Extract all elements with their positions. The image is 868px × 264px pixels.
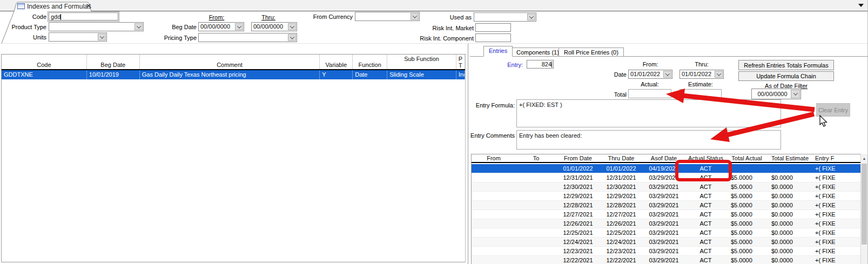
cell-total_estimate[interactable] xyxy=(767,164,813,173)
cell-thru_date[interactable]: 12/31/2021 xyxy=(600,173,643,182)
cell-asof_date[interactable]: 03/29/2021 xyxy=(643,192,685,200)
cell-entry_formula[interactable]: +( FIXE xyxy=(813,182,860,191)
tab-overflow-arrow-icon[interactable] xyxy=(858,4,864,7)
cell-thru_date[interactable]: 12/29/2021 xyxy=(600,192,643,200)
cell-function[interactable]: Date xyxy=(353,70,387,79)
cell-from[interactable] xyxy=(472,247,516,255)
cell-thru_date[interactable]: 12/28/2021 xyxy=(600,201,643,209)
scroll-up-icon[interactable]: ▲ xyxy=(861,154,867,163)
code-input[interactable]: gdd xyxy=(49,12,118,21)
units-select[interactable] xyxy=(49,32,107,42)
cell-total_estimate[interactable]: $0.0000 xyxy=(767,228,813,237)
cell-from_date[interactable]: 12/29/2021 xyxy=(556,192,600,200)
cell-from_date[interactable]: 12/25/2021 xyxy=(556,228,600,237)
cell-total_estimate[interactable]: $0.0000 xyxy=(767,210,813,219)
cell-variable[interactable]: Y xyxy=(320,70,353,79)
column-header[interactable]: Actual Status xyxy=(685,154,726,162)
cell-thru_date[interactable]: 12/24/2021 xyxy=(600,238,643,246)
cell-to[interactable] xyxy=(516,164,556,173)
cell-from_date[interactable]: 12/24/2021 xyxy=(556,238,600,246)
cell-total_actual[interactable]: $5.0000 xyxy=(726,256,767,264)
entries-table-row[interactable]: 12/23/202112/23/202103/29/2021ACT$5.0000… xyxy=(472,247,860,256)
cell-actual_status[interactable]: ACT xyxy=(685,210,726,219)
cell-entry_formula[interactable]: +( FIXE xyxy=(813,210,860,219)
total-actual-input[interactable] xyxy=(628,89,671,98)
cell-to[interactable] xyxy=(516,228,556,237)
cell-total_actual[interactable]: $5.0000 xyxy=(726,173,767,182)
cell-total_estimate[interactable]: $0.0000 xyxy=(767,182,813,191)
column-header[interactable]: From xyxy=(472,154,516,162)
cell-asof_date[interactable]: 03/29/2021 xyxy=(643,182,685,191)
chevron-down-icon[interactable] xyxy=(235,23,243,30)
cell-from[interactable] xyxy=(472,182,516,191)
entries-table-row[interactable]: 12/25/202112/25/202103/29/2021ACT$5.0000… xyxy=(472,228,860,238)
cell-thru_date[interactable]: 12/26/2021 xyxy=(600,219,643,228)
entries-table-row[interactable]: 12/30/202112/30/202103/29/2021ACT$5.0000… xyxy=(472,182,860,192)
cell-from_date[interactable]: 12/30/2021 xyxy=(556,182,600,191)
clear-entry-button[interactable]: Clear Entry xyxy=(816,103,850,117)
chevron-down-icon[interactable] xyxy=(715,71,723,78)
chevron-down-icon[interactable] xyxy=(98,33,106,40)
cell-actual_status[interactable]: ACT xyxy=(685,201,726,209)
column-header[interactable]: Entry F xyxy=(813,154,860,162)
cell-actual_status[interactable]: ACT xyxy=(685,192,726,200)
cell-from[interactable] xyxy=(472,219,516,228)
cell-actual_status[interactable]: ACT xyxy=(685,164,726,173)
column-header[interactable]: To xyxy=(516,154,556,162)
column-header[interactable]: From Date xyxy=(556,154,600,162)
cell-from_date[interactable]: 12/31/2021 xyxy=(556,173,600,182)
vertical-scrollbar[interactable]: ▲ xyxy=(860,154,867,264)
entries-table-row[interactable]: 12/29/202112/29/202103/29/2021ACT$5.0000… xyxy=(472,192,860,201)
cell-thru_date[interactable]: 12/23/2021 xyxy=(600,247,643,255)
cell-asof_date[interactable]: 03/29/2021 xyxy=(643,201,685,209)
cell-actual_status[interactable]: ACT xyxy=(685,247,726,255)
cell-from_date[interactable]: 12/26/2021 xyxy=(556,219,600,228)
chevron-down-icon[interactable] xyxy=(134,23,143,30)
total-estimate-input[interactable] xyxy=(679,89,722,98)
tab-roll-price-entries-0[interactable]: Roll Price Entries (0) xyxy=(559,48,624,57)
cell-to[interactable] xyxy=(516,192,556,200)
column-header[interactable]: Code xyxy=(2,55,87,69)
cell-thru_date[interactable]: 12/25/2021 xyxy=(600,228,643,237)
cell-thru_date[interactable]: 12/22/2021 xyxy=(600,256,643,264)
cell-entry_formula[interactable]: +( FIXE xyxy=(813,256,860,264)
cell-to[interactable] xyxy=(516,247,556,255)
cell-asof_date[interactable]: 03/29/2021 xyxy=(643,219,685,228)
cell-from[interactable] xyxy=(472,164,516,173)
entry-date-from-select[interactable]: 01/01/2022 xyxy=(628,70,672,79)
entries-table-row[interactable]: 12/27/202112/27/202103/29/2021ACT$5.0000… xyxy=(472,210,860,219)
entry-comments-textarea[interactable]: Entry has been cleared: xyxy=(516,130,781,150)
cell-entry_formula[interactable]: +( FIXE xyxy=(813,247,860,255)
cell-total_estimate[interactable]: $0.0000 xyxy=(767,219,813,228)
column-header[interactable]: Comment xyxy=(140,55,320,69)
cell-to[interactable] xyxy=(516,182,556,191)
cell-from[interactable] xyxy=(472,210,516,219)
entries-table-row[interactable]: 12/31/202112/31/202103/29/2021ACT$5.0000… xyxy=(472,173,860,182)
cell-total_estimate[interactable]: $0.0000 xyxy=(767,247,813,255)
cell-total_estimate[interactable]: $0.0000 xyxy=(767,256,813,264)
pricing-type-select[interactable] xyxy=(198,33,297,42)
update-formula-chain-button[interactable]: Update Formula Chain xyxy=(738,71,834,81)
cell-to[interactable] xyxy=(516,201,556,209)
column-header[interactable]: Total Actual xyxy=(726,154,767,162)
from-currency-select[interactable] xyxy=(355,12,420,21)
cell-asof_date[interactable]: 03/29/2021 xyxy=(643,210,685,219)
entries-table-row[interactable]: 12/26/202112/26/202103/29/2021ACT$5.0000… xyxy=(472,219,860,228)
cell-asof_date[interactable]: 03/29/2021 xyxy=(643,238,685,246)
chevron-down-icon[interactable] xyxy=(527,13,535,21)
cell-total_actual[interactable]: $5.0000 xyxy=(726,182,767,191)
entries-table-row[interactable]: 12/22/202112/22/202103/29/2021ACT$5.0000… xyxy=(472,256,860,264)
cell-total_estimate[interactable]: $0.0000 xyxy=(767,201,813,209)
cell-total_estimate[interactable]: $0.0000 xyxy=(767,192,813,200)
cell-asof_date[interactable]: 03/29/2021 xyxy=(643,173,685,182)
cell-thru_date[interactable]: 12/27/2021 xyxy=(600,210,643,219)
cell-p[interactable]: Inde xyxy=(456,70,465,79)
cell-beg_date[interactable]: 10/01/2019 xyxy=(87,70,140,79)
cell-from_date[interactable]: 01/01/2022 xyxy=(556,164,600,173)
cell-to[interactable] xyxy=(516,173,556,182)
entry-date-thru-select[interactable]: 01/01/2022 xyxy=(679,70,724,79)
chevron-down-icon[interactable] xyxy=(663,71,671,78)
cell-from[interactable] xyxy=(472,201,516,209)
cell-code[interactable]: GDDTXNE xyxy=(2,70,87,79)
entry-number-input[interactable]: 824 xyxy=(527,60,554,69)
